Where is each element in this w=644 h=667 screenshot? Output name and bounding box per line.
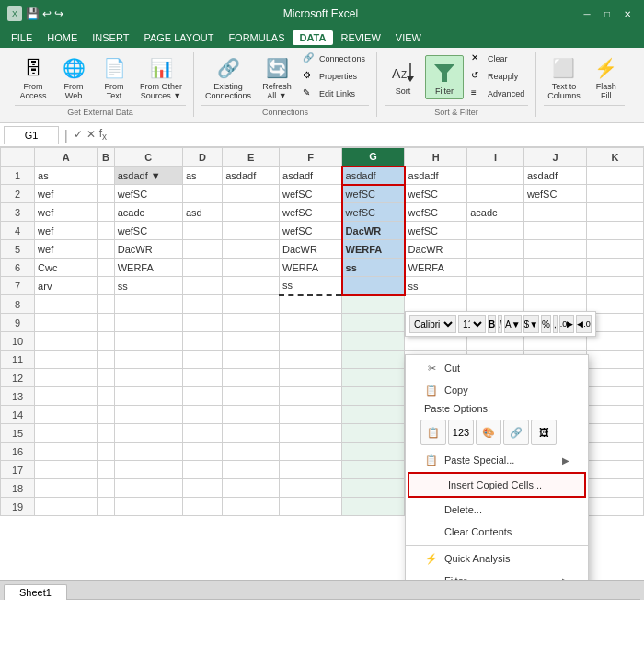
formula-function-icon[interactable]: fx (99, 127, 107, 142)
cell-C4[interactable]: wefSC (114, 222, 182, 240)
paste-values-button[interactable]: 123 (448, 420, 474, 445)
cell-E6[interactable] (223, 259, 280, 277)
cell-I6[interactable] (467, 259, 524, 277)
from-web-button[interactable]: 🌐 FromWeb (55, 52, 92, 103)
cell-F4[interactable]: wefSC (280, 222, 342, 240)
cell-G2[interactable]: wefSC (342, 185, 405, 203)
refresh-all-button[interactable]: 🔄 RefreshAll ▼ (259, 52, 295, 103)
cell-J3[interactable] (523, 203, 586, 222)
cell-H5[interactable]: DacWR (405, 240, 467, 259)
cell-D1[interactable]: as (182, 167, 222, 185)
cell-I5[interactable] (467, 240, 524, 259)
cell-F5[interactable]: DacWR (280, 240, 342, 259)
from-access-button[interactable]: 🗄 FromAccess (15, 52, 52, 103)
cell-I2[interactable] (467, 185, 524, 203)
cell-J1[interactable]: asdadf (523, 167, 586, 185)
col-header-B[interactable]: B (98, 148, 115, 167)
ctx-cut[interactable]: ✂ Cut (406, 357, 588, 379)
menu-home[interactable]: HOME (40, 30, 85, 45)
properties-button[interactable]: ⚙ Properties (299, 69, 369, 86)
edit-links-button[interactable]: ✎ Edit Links (299, 86, 369, 103)
cell-H2[interactable]: wefSC (405, 185, 467, 203)
cell-F6[interactable]: WERFA (280, 259, 342, 277)
col-header-G[interactable]: G (342, 148, 405, 167)
cell-A7[interactable]: arv (35, 277, 98, 295)
paste-format-button[interactable]: 🎨 (476, 420, 501, 445)
sort-button[interactable]: AZ Sort (385, 56, 421, 98)
col-header-K[interactable]: K (587, 148, 644, 167)
cell-H4[interactable]: wefSC (405, 222, 467, 240)
cell-D4[interactable] (182, 222, 222, 240)
cell-K4[interactable] (587, 222, 644, 240)
font-color-button[interactable]: A▼ (504, 315, 522, 333)
menu-insert[interactable]: INSERT (85, 30, 136, 45)
menu-review[interactable]: REVIEW (333, 30, 387, 45)
clear-button[interactable]: ✕ Clear (467, 52, 528, 68)
cell-J4[interactable] (523, 222, 586, 240)
decimal-decrease-button[interactable]: ◀.0 (576, 315, 592, 333)
cell-I4[interactable] (467, 222, 524, 240)
cell-C7[interactable]: ss (114, 277, 182, 295)
cell-F7[interactable]: ss (280, 277, 342, 295)
cell-A3[interactable]: wef (35, 203, 98, 222)
cell-H7[interactable]: ss (405, 277, 467, 295)
cell-B7[interactable] (98, 277, 115, 295)
formula-input[interactable] (110, 126, 640, 144)
cell-B3[interactable] (98, 203, 115, 222)
cell-G1[interactable]: asdadf (342, 167, 405, 185)
cell-E4[interactable] (223, 222, 280, 240)
cell-C5[interactable]: DacWR (114, 240, 182, 259)
ctx-filter[interactable]: Filter ▶ (406, 569, 588, 580)
menu-data[interactable]: DATA (293, 30, 334, 45)
col-header-E[interactable]: E (223, 148, 280, 167)
cell-H3[interactable]: wefSC (405, 203, 467, 222)
paste-default-button[interactable]: 📋 (420, 420, 446, 445)
cell-C1[interactable]: asdadf ▼ (114, 167, 182, 185)
cell-E2[interactable] (223, 185, 280, 203)
redo-icon[interactable]: ↪ (54, 7, 63, 20)
connections-small-button[interactable]: 🔗 Connections (299, 52, 369, 68)
cell-F2[interactable]: wefSC (280, 185, 342, 203)
col-header-A[interactable]: A (35, 148, 98, 167)
cell-B4[interactable] (98, 222, 115, 240)
cell-K1[interactable] (587, 167, 644, 185)
cell-F3[interactable]: wefSC (280, 203, 342, 222)
cell-G7[interactable] (342, 277, 405, 295)
currency-button[interactable]: $▼ (523, 315, 539, 333)
comma-button[interactable]: , (553, 315, 558, 333)
reapply-button[interactable]: ↺ Reapply (467, 69, 528, 86)
cell-D5[interactable] (182, 240, 222, 259)
from-text-button[interactable]: 📄 FromText (96, 52, 132, 103)
cell-I3[interactable]: acadc (467, 203, 524, 222)
cell-A5[interactable]: wef (35, 240, 98, 259)
cell-G6[interactable]: ss (342, 259, 405, 277)
cell-E1[interactable]: asdadf (223, 167, 280, 185)
cell-B2[interactable] (98, 185, 115, 203)
menu-view[interactable]: VIEW (388, 30, 429, 45)
minimize-button[interactable]: ─ (578, 6, 596, 21)
cell-F1[interactable]: asdadf (280, 167, 342, 185)
ctx-paste-special[interactable]: 📋 Paste Special... ▶ (406, 449, 588, 471)
cell-C6[interactable]: WERFA (114, 259, 182, 277)
cell-K5[interactable] (587, 240, 644, 259)
decimal-increase-button[interactable]: .0▶ (559, 315, 575, 333)
menu-page-layout[interactable]: PAGE LAYOUT (136, 30, 221, 45)
cell-A6[interactable]: Cwc (35, 259, 98, 277)
cell-H6[interactable]: WERFA (405, 259, 467, 277)
percent-button[interactable]: % (541, 315, 551, 333)
paste-image-button[interactable]: 🖼 (531, 420, 557, 445)
cell-J5[interactable] (523, 240, 586, 259)
close-button[interactable]: ✕ (618, 6, 637, 21)
ctx-insert-copied[interactable]: Insert Copied Cells... (408, 472, 586, 498)
cell-D7[interactable] (182, 277, 222, 295)
cell-H1[interactable]: asdadf (405, 167, 467, 185)
cell-J2[interactable]: wefSC (523, 185, 586, 203)
advanced-button[interactable]: ≡ Advanced (467, 86, 528, 103)
cell-C2[interactable]: wefSC (114, 185, 182, 203)
cell-A4[interactable]: wef (35, 222, 98, 240)
cell-I1[interactable] (467, 167, 524, 185)
cell-B6[interactable] (98, 259, 115, 277)
bold-button[interactable]: B (488, 315, 496, 333)
cell-D2[interactable] (182, 185, 222, 203)
col-header-F[interactable]: F (280, 148, 342, 167)
